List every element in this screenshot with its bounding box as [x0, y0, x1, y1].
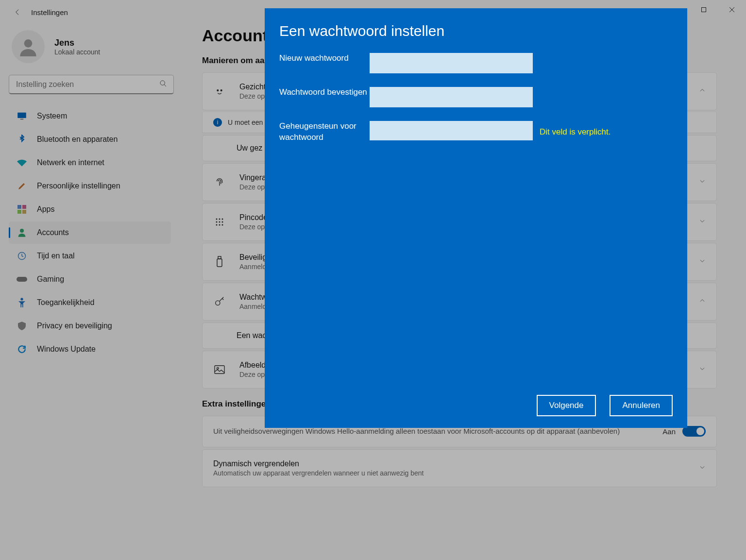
cancel-button[interactable]: Annuleren [610, 395, 673, 416]
settings-window: Instellingen Jens Lokaal account [0, 0, 746, 560]
hint-label: Geheugensteun voor wachtwoord [279, 121, 370, 143]
next-button[interactable]: Volgende [537, 395, 596, 416]
password-dialog: Een wachtwoord instellen Nieuw wachtwoor… [265, 8, 687, 428]
confirm-password-input[interactable] [370, 87, 533, 107]
new-password-input[interactable] [370, 53, 533, 73]
validation-message: Dit veld is verplicht. [540, 127, 610, 137]
new-password-label: Nieuw wachtwoord [279, 53, 370, 64]
password-hint-input[interactable] [370, 121, 533, 140]
dialog-title: Een wachtwoord instellen [279, 23, 673, 39]
confirm-password-label: Wachtwoord bevestigen [279, 87, 370, 98]
